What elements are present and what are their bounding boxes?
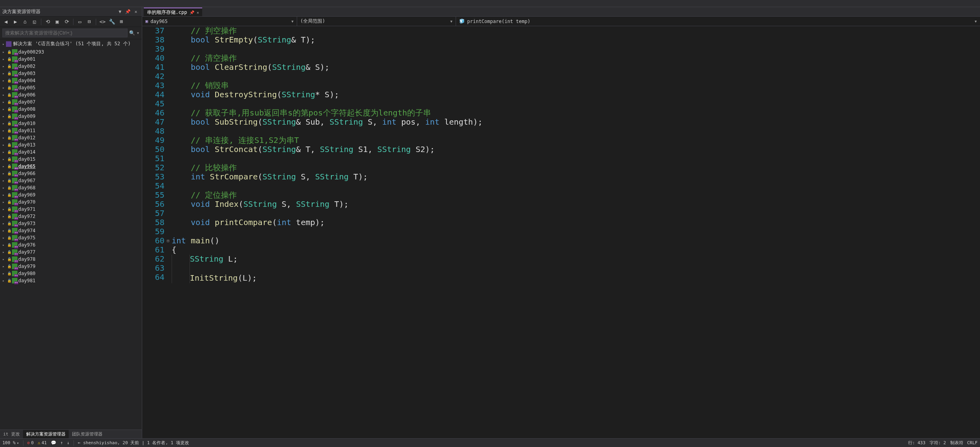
nav-down-icon[interactable]: ↓ <box>67 440 70 445</box>
home-icon[interactable]: ⌂ <box>21 17 29 26</box>
project-item[interactable]: ▸🔒day970 <box>0 198 142 206</box>
search-icon[interactable]: 🔍 <box>129 30 135 36</box>
project-item[interactable]: ▸🔒day011 <box>0 127 142 134</box>
editor-tab[interactable]: 串的顺序存储.cpp 📌 ✕ <box>144 8 202 16</box>
project-item[interactable]: ▸🔒day968 <box>0 184 142 191</box>
sidebar-tab[interactable]: it 更改 <box>0 430 23 438</box>
solution-root[interactable]: ▸ 解决方案 'C语言集合练习' (51 个项目, 共 52 个) <box>0 39 142 48</box>
properties-icon[interactable]: 🔧 <box>108 17 116 26</box>
search-dropdown-icon[interactable]: ▾ <box>137 30 139 36</box>
statusbar: 100 % ▾ ⊘ 0 ⚠ 41 💬 ↑ ↓ ← shenshiyishao, … <box>0 438 980 447</box>
project-item[interactable]: ▸🔒day004 <box>0 77 142 84</box>
project-item[interactable]: ▸🔒day979 <box>0 263 142 270</box>
cpp-project-icon <box>12 192 17 198</box>
char-number[interactable]: 字符: 2 <box>930 440 946 446</box>
cpp-project-icon <box>12 56 17 62</box>
project-item[interactable]: ▸🔒day966 <box>0 170 142 177</box>
expand-icon: ▸ <box>2 57 6 61</box>
project-label: day010 <box>18 121 35 126</box>
project-item[interactable]: ▸🔒day974 <box>0 227 142 234</box>
show-all-icon[interactable]: ▭ <box>75 17 84 26</box>
lock-icon: 🔒 <box>7 250 11 254</box>
project-item[interactable]: ▸🔒day010 <box>0 120 142 127</box>
code-content[interactable]: // 判空操作 bool StrEmpty(SString& T); // 清空… <box>172 26 980 438</box>
breadcrumb-member[interactable]: 🧊 printCompare(int temp) ▼ <box>456 17 980 26</box>
project-item[interactable]: ▸🔒day981 <box>0 277 142 284</box>
project-item[interactable]: ▸🔒day975 <box>0 234 142 241</box>
project-item[interactable]: ▸🔒day005 <box>0 84 142 91</box>
cpp-project-icon <box>12 99 17 105</box>
project-item[interactable]: ▸🔒day008 <box>0 106 142 113</box>
project-item[interactable]: ▸🔒day967 <box>0 177 142 184</box>
project-item[interactable]: ▸🔒day980 <box>0 270 142 277</box>
main-container: 决方案资源管理器 ▼ 📌 ✕ ◀ ▶ ⌂ ◱ ⟲ ▣ ⟳ ▭ ⊟ <> 🔧 ⊞ … <box>0 7 980 438</box>
project-item[interactable]: ▸🔒day007 <box>0 98 142 106</box>
switch-view-icon[interactable]: ◱ <box>30 17 39 26</box>
message-icon[interactable]: 💬 <box>51 440 56 445</box>
project-item[interactable]: ▸🔒day971 <box>0 206 142 213</box>
project-item[interactable]: ▸🔒day006 <box>0 91 142 98</box>
expand-icon: ▸ <box>2 107 6 111</box>
cpp-project-icon <box>12 78 17 83</box>
sync-icon[interactable]: ⟲ <box>43 17 52 26</box>
sidebar-tab[interactable]: 解决方案资源管理器 <box>23 430 69 438</box>
project-item[interactable]: ▸🔒day978 <box>0 256 142 263</box>
blame-info[interactable]: ← shenshiyishao, 20 天前 | 1 名作者, 1 项更改 <box>78 440 189 446</box>
error-count[interactable]: ⊘ 0 <box>27 440 34 445</box>
project-item[interactable]: ▸🔒day969 <box>0 191 142 198</box>
breadcrumb-scope[interactable]: (全局范围) ▼ <box>297 17 456 26</box>
pin-tab-icon[interactable]: 📌 <box>189 10 194 15</box>
back-icon[interactable]: ◀ <box>2 17 10 26</box>
project-item[interactable]: ▸🔒day002 <box>0 63 142 70</box>
line-ending[interactable]: CRLF <box>967 440 978 445</box>
code-icon[interactable]: <> <box>98 17 107 26</box>
lock-icon: 🔒 <box>7 243 11 247</box>
project-item[interactable]: ▸🔒day972 <box>0 213 142 220</box>
project-label: day977 <box>18 249 35 255</box>
cpp-project-icon <box>12 49 17 55</box>
expand-icon: ▸ <box>2 150 6 154</box>
search-input[interactable] <box>2 29 128 37</box>
lock-icon: 🔒 <box>7 186 11 190</box>
project-label: day003 <box>18 71 35 76</box>
cpp-project-icon <box>12 242 17 248</box>
project-item[interactable]: ▸🔒day965 <box>0 163 142 170</box>
nav-up-icon[interactable]: ↑ <box>60 440 63 445</box>
lock-icon: 🔒 <box>7 114 11 118</box>
sidebar-tab[interactable]: 团队资源管理器 <box>69 430 106 438</box>
project-item[interactable]: ▸🔒day012 <box>0 134 142 141</box>
project-item[interactable]: ▸🔒day009 <box>0 113 142 120</box>
refresh-icon[interactable]: ⟳ <box>62 17 71 26</box>
project-label: day976 <box>18 242 35 248</box>
project-item[interactable]: ▸🔒day973 <box>0 220 142 227</box>
project-item[interactable]: ▸🔒day013 <box>0 141 142 148</box>
lock-icon: 🔒 <box>7 93 11 97</box>
close-icon[interactable]: ✕ <box>132 8 139 15</box>
close-tab-icon[interactable]: ✕ <box>197 10 199 15</box>
project-item[interactable]: ▸🔒day003 <box>0 70 142 77</box>
forward-icon[interactable]: ▶ <box>11 17 20 26</box>
pin-icon[interactable]: 📌 <box>124 8 131 15</box>
project-label: day972 <box>18 214 35 219</box>
project-item[interactable]: ▸🔒day015 <box>0 156 142 163</box>
filter-icon[interactable]: ▣ <box>53 17 62 26</box>
indent-mode[interactable]: 制表符 <box>950 440 963 446</box>
project-item[interactable]: ▸🔒day000293 <box>0 48 142 56</box>
project-label: day014 <box>18 149 35 155</box>
code-viewport[interactable]: 3738394041424344454647484950515253545556… <box>142 26 980 438</box>
cpp-project-icon <box>12 256 17 262</box>
zoom-level[interactable]: 100 % ▾ <box>2 440 19 445</box>
project-item[interactable]: ▸🔒day976 <box>0 241 142 249</box>
project-label: day969 <box>18 192 35 198</box>
solution-icon <box>6 41 12 47</box>
collapse-all-icon[interactable]: ⊟ <box>85 17 94 26</box>
project-item[interactable]: ▸🔒day001 <box>0 56 142 63</box>
breadcrumb-project[interactable]: ▣ day965 ▼ <box>142 17 297 26</box>
preview-icon[interactable]: ⊞ <box>117 17 126 26</box>
project-label: day966 <box>18 171 35 176</box>
warning-count[interactable]: ⚠ 41 <box>38 440 47 445</box>
project-item[interactable]: ▸🔒day977 <box>0 249 142 256</box>
dropdown-icon[interactable]: ▼ <box>116 8 124 15</box>
project-item[interactable]: ▸🔒day014 <box>0 148 142 156</box>
line-number[interactable]: 行: 433 <box>908 440 926 446</box>
